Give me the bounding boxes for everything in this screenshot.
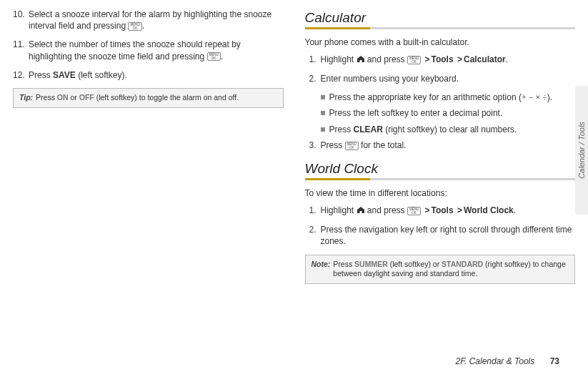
item-number: 2. [305,73,321,84]
sub-bullet: Press CLEAR (right softkey) to clear all… [321,124,576,135]
square-bullet-icon [321,111,325,115]
item-text: Highlight and press >Tools >World Clock. [321,205,576,217]
save-label: SAVE [53,70,76,80]
menu-ok-icon [407,207,421,215]
sub-bullet-text: Press the appropriate key for an arithme… [329,92,553,103]
list-item: 3. Press for the total. [305,140,576,151]
tip-text: Press ON or OFF (left softkey) to toggle… [36,93,239,103]
home-icon [357,54,365,66]
side-tab: Calendar / Tools [575,86,588,215]
sub-bullet: Press the left softkey to enter a decima… [321,107,576,119]
item-text: Press for the total. [321,140,576,151]
item-number: 3. [305,140,321,151]
note-box: Note: Press SUMMER (left softkey) or STA… [305,255,576,284]
list-item: 2. Press the navigation key left or righ… [305,224,576,247]
item-text: Highlight and press >Tools >Calculator. [321,54,576,66]
list-item: 1. Highlight and press >Tools >World Clo… [305,205,576,217]
section-underline [305,27,576,29]
note-label: Note: [312,260,331,279]
item-text: Press SAVE (left softkey). [29,69,284,81]
left-column: 10. Select a snooze interval for the ala… [13,9,284,284]
item-number: 10. [13,9,29,31]
item-text: Select the number of times the snooze sh… [29,39,284,62]
section-underline [305,178,576,180]
list-item: 10. Select a snooze interval for the ala… [13,9,284,31]
list-item: 11. Select the number of times the snooz… [13,39,284,62]
square-bullet-icon [321,95,325,99]
sub-bullet-text: Press the left softkey to enter a decima… [329,107,503,119]
list-item: 12. Press SAVE (left softkey). [13,69,284,81]
list-item: 2. Enter numbers using your keyboard. [305,73,576,84]
footer-section: 2F. Calendar & Tools [456,356,535,366]
tip-label: Tip: [19,93,33,103]
calculator-intro: Your phone comes with a built-in calcula… [305,36,576,48]
page-number: 73 [550,356,559,366]
world-clock-heading: World Clock [305,161,576,177]
item-text: Enter numbers using your keyboard. [321,73,576,84]
right-column: Calculator Your phone comes with a built… [305,9,576,284]
list-item: 1. Highlight and press >Tools >Calculato… [305,54,576,66]
page-footer: 2F. Calendar & Tools 73 [456,356,559,366]
sub-bullet: Press the appropriate key for an arithme… [321,92,576,103]
menu-ok-icon [207,52,221,61]
menu-ok-icon [345,142,359,150]
item-number: 1. [305,54,321,66]
item-number: 12. [13,69,29,81]
item-text: Press the navigation key left or right t… [321,224,576,247]
tip-box: Tip: Press ON or OFF (left softkey) to t… [13,88,284,108]
item-number: 1. [305,205,321,217]
item-text: Select a snooze interval for the alarm b… [29,9,284,31]
arithmetic-ops: + − × ÷ [522,92,547,102]
home-icon [357,205,365,217]
note-text: Press SUMMER (left softkey) or STANDARD … [333,260,569,279]
menu-ok-icon [128,22,141,31]
square-bullet-icon [321,127,325,132]
calculator-heading: Calculator [305,10,576,26]
world-clock-intro: To view the time in different locations: [305,187,576,199]
sub-bullet-text: Press CLEAR (right softkey) to clear all… [329,124,517,135]
side-tab-label: Calendar / Tools [577,122,586,179]
menu-ok-icon [407,56,421,64]
item-number: 11. [13,39,29,62]
item-number: 2. [305,224,321,247]
